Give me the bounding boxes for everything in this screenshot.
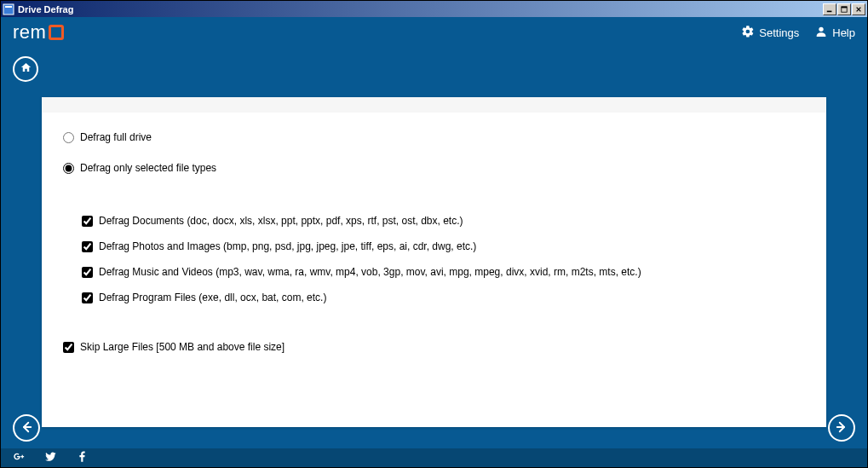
close-button[interactable] <box>852 3 865 15</box>
check-skip-large-input[interactable] <box>63 342 74 353</box>
check-documents-label: Defrag Documents (doc, docx, xls, xlsx, … <box>99 215 463 227</box>
radio-selected-types-input[interactable] <box>63 163 74 174</box>
arrow-left-icon <box>19 419 34 437</box>
check-programs-input[interactable] <box>82 292 93 303</box>
maximize-button[interactable] <box>837 3 851 15</box>
check-programs-label: Defrag Program Files (exe, dll, ocx, bat… <box>99 292 326 303</box>
back-button[interactable] <box>13 414 40 442</box>
titlebar: Drive Defrag <box>1 1 867 17</box>
svg-rect-0 <box>3 4 14 14</box>
check-skip-large[interactable]: Skip Large Files [500 MB and above file … <box>63 341 816 353</box>
footer-bar <box>1 448 867 467</box>
gear-icon <box>741 25 755 41</box>
radio-selected-types[interactable]: Defrag only selected file types <box>63 162 816 174</box>
facebook-button[interactable] <box>76 450 89 465</box>
brand-text: rem <box>13 21 46 43</box>
panel-header-band <box>42 97 826 113</box>
check-programs[interactable]: Defrag Program Files (exe, dll, ocx, bat… <box>82 292 816 303</box>
svg-rect-1 <box>5 6 12 8</box>
help-button[interactable]: Help <box>814 25 855 41</box>
radio-full-drive-label: Defrag full drive <box>80 131 152 143</box>
arrow-right-icon <box>834 419 849 437</box>
minimize-button[interactable] <box>823 3 836 15</box>
svg-rect-2 <box>827 10 832 12</box>
file-type-options: Defrag Documents (doc, docx, xls, xlsx, … <box>82 215 816 317</box>
check-documents[interactable]: Defrag Documents (doc, docx, xls, xlsx, … <box>82 215 816 227</box>
home-icon <box>20 61 32 77</box>
check-photos-input[interactable] <box>82 241 93 252</box>
next-button[interactable] <box>828 414 855 442</box>
svg-point-5 <box>819 26 824 31</box>
brand-logo: rem <box>13 21 64 43</box>
svg-rect-4 <box>842 6 847 8</box>
help-label: Help <box>832 26 855 39</box>
check-music[interactable]: Defrag Music and Videos (mp3, wav, wma, … <box>82 266 816 278</box>
settings-button[interactable]: Settings <box>741 25 799 41</box>
brand-icon <box>49 25 64 40</box>
home-button[interactable] <box>13 56 38 82</box>
facebook-icon <box>76 450 89 465</box>
app-icon <box>3 3 14 15</box>
radio-selected-types-label: Defrag only selected file types <box>80 162 216 174</box>
check-music-input[interactable] <box>82 267 93 278</box>
twitter-icon <box>44 450 57 465</box>
check-documents-input[interactable] <box>82 216 93 227</box>
google-plus-icon <box>13 450 26 465</box>
app-header: rem Settings Help <box>1 17 867 48</box>
check-skip-large-label: Skip Large Files [500 MB and above file … <box>80 341 285 353</box>
settings-label: Settings <box>759 26 799 39</box>
check-music-label: Defrag Music and Videos (mp3, wav, wma, … <box>99 266 641 278</box>
check-photos[interactable]: Defrag Photos and Images (bmp, png, psd,… <box>82 240 816 252</box>
radio-full-drive-input[interactable] <box>63 132 74 143</box>
check-photos-label: Defrag Photos and Images (bmp, png, psd,… <box>99 240 476 252</box>
radio-full-drive[interactable]: Defrag full drive <box>63 131 816 143</box>
main-area: Defrag full drive Defrag only selected f… <box>1 48 867 448</box>
window-title: Drive Defrag <box>18 4 822 14</box>
content-panel: Defrag full drive Defrag only selected f… <box>42 97 826 427</box>
twitter-button[interactable] <box>44 450 57 465</box>
google-plus-button[interactable] <box>13 450 26 465</box>
user-icon <box>814 25 828 41</box>
